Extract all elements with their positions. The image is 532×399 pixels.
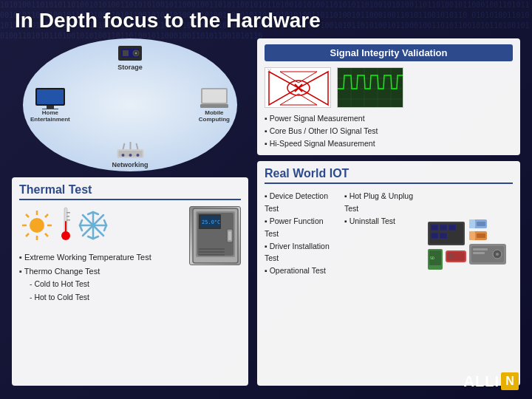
chamber-image: 25.0°C (189, 206, 241, 265)
page-title: In Depth focus to the Hardware (15, 9, 321, 33)
allion-logo: ALLI N (464, 372, 519, 390)
thermal-section: Thermal Test (12, 177, 248, 386)
uninstall-item: Uninstall Test (344, 215, 418, 228)
svg-rect-32 (66, 212, 70, 214)
eye-diagram-image (265, 67, 331, 108)
svg-line-26 (45, 233, 48, 236)
extreme-temp-item: Extreme Working Temperature Test (19, 250, 185, 265)
driver-installation-item: Driver Installation Test (265, 240, 338, 265)
home-entertainment-item: HomeEntertainment (30, 87, 70, 123)
svg-point-4 (135, 52, 137, 55)
svg-rect-56 (199, 251, 225, 253)
signal-images (265, 67, 513, 108)
svg-point-19 (136, 154, 139, 157)
thermal-icons (19, 206, 185, 245)
svg-rect-33 (66, 216, 69, 217)
networking-label: Networking (112, 161, 148, 168)
iot-content: Device Detection Test Power Function Tes… (265, 190, 513, 277)
svg-line-25 (26, 214, 29, 217)
signal-section: Signal Integrity Validation (257, 38, 520, 155)
storage-item: Storage (117, 43, 143, 71)
home-entertainment-label: HomeEntertainment (30, 109, 70, 123)
svg-rect-81 (431, 233, 438, 239)
iot-section: Real World IOT Device Detection Test Pow… (257, 161, 520, 386)
svg-rect-87 (469, 231, 475, 240)
svg-point-17 (121, 154, 124, 157)
svg-rect-84 (469, 219, 475, 228)
svg-line-14 (123, 143, 124, 149)
power-function-item: Power Function Test (265, 215, 338, 240)
svg-rect-82 (440, 233, 447, 239)
svg-point-92 (496, 253, 499, 256)
svg-line-27 (45, 214, 48, 217)
thermal-left: Extreme Working Temperature Test Thermo … (19, 206, 185, 304)
cold-to-hot-item: Cold to Hot Test (30, 278, 185, 291)
left-panel: Storage HomeEntertainment M (12, 38, 248, 386)
operational-test-item: Operational Test (265, 265, 338, 277)
networking-item: Networking (112, 142, 148, 168)
svg-rect-80 (449, 225, 456, 231)
svg-rect-88 (477, 233, 485, 238)
svg-text:SD: SD (430, 256, 434, 260)
svg-rect-30 (65, 221, 66, 233)
svg-point-20 (30, 218, 44, 233)
svg-rect-100 (449, 254, 453, 259)
storage-label: Storage (117, 64, 143, 71)
mobile-computing-item: MobileComputing (199, 87, 230, 123)
iot-right-bullets: Hot Plug & Unplug Test Uninstall Test (344, 190, 418, 277)
svg-line-16 (136, 143, 137, 149)
signal-bullets-list: Power Signal Measurement Core Bus / Othe… (265, 112, 513, 149)
allion-box: N (501, 372, 519, 390)
hi-speed-item: Hi-Speed Signal Measurement (265, 137, 513, 150)
snowflake-icon (77, 209, 109, 242)
device-detection-item: Device Detection Test (265, 190, 338, 215)
svg-text:25.0°C: 25.0°C (202, 219, 220, 225)
svg-rect-7 (47, 106, 54, 109)
oscilloscope-image (337, 67, 403, 108)
iot-left-bullets: Device Detection Test Power Function Tes… (265, 190, 338, 277)
mobile-computing-label: MobileComputing (199, 109, 230, 123)
thermometer-icon (59, 206, 72, 245)
svg-rect-85 (477, 222, 485, 226)
svg-point-31 (61, 231, 70, 240)
svg-rect-94 (473, 252, 485, 254)
svg-rect-51 (228, 231, 231, 240)
svg-rect-2 (123, 50, 129, 56)
oval-diagram: Storage HomeEntertainment M (23, 38, 237, 171)
power-signal-item: Power Signal Measurement (265, 112, 513, 125)
svg-rect-93 (473, 248, 488, 250)
main-content: Storage HomeEntertainment M (0, 38, 532, 393)
header: In Depth focus to the Hardware (0, 0, 532, 38)
svg-rect-34 (66, 219, 70, 221)
allion-text: ALLI (464, 373, 499, 390)
signal-title: Signal Integrity Validation (265, 44, 513, 61)
thermal-content-row: Extreme Working Temperature Test Thermo … (19, 206, 241, 304)
thermo-change-item: Thermo Change Test (19, 265, 185, 279)
svg-rect-6 (37, 89, 64, 104)
svg-rect-78 (431, 225, 438, 231)
iot-title: Real World IOT (265, 167, 513, 184)
core-bus-item: Core Bus / Other IO Signal Test (265, 125, 513, 137)
svg-point-18 (129, 154, 132, 157)
hot-plug-item: Hot Plug & Unplug Test (344, 190, 418, 215)
thermal-title: Thermal Test (19, 183, 241, 200)
sun-icon (19, 208, 55, 243)
allion-n: N (505, 375, 514, 388)
iot-devices-image: SD (424, 190, 513, 277)
hot-to-cold-item: Hot to Cold Test (30, 291, 185, 304)
svg-rect-10 (202, 89, 226, 103)
right-panel: Signal Integrity Validation (257, 38, 520, 386)
svg-rect-79 (440, 225, 447, 231)
svg-line-28 (26, 233, 29, 236)
svg-rect-11 (200, 104, 228, 108)
thermal-bullets: Extreme Working Temperature Test Thermo … (19, 250, 185, 304)
svg-rect-57 (199, 254, 225, 256)
svg-rect-55 (199, 248, 225, 250)
